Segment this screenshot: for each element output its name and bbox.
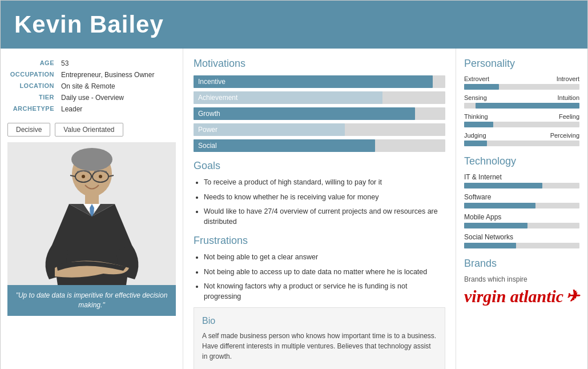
right-panel: Personality Extrovert Introvert Sensing … <box>456 49 587 369</box>
trait-left-label: Judging <box>464 132 486 139</box>
svg-point-13 <box>99 175 102 178</box>
person-avatar <box>35 142 149 285</box>
frustration-item: Not knowing factors why a product or ser… <box>204 282 445 302</box>
motivation-item: Growth <box>194 107 445 120</box>
trait-bar-fill <box>476 103 579 109</box>
tech-bar <box>464 203 579 208</box>
header: Kevin Bailey <box>1 1 587 49</box>
trait-right-label: Intuition <box>557 94 579 101</box>
tech-bar-fill <box>464 183 542 188</box>
quote-text: "Up to date data is imperitive for effec… <box>16 291 168 309</box>
motivation-bars: Incentive Achievement Growth Power Socia… <box>194 75 445 152</box>
bio-box: Bio A self made business person who know… <box>194 307 445 369</box>
trait-right-label: Introvert <box>557 75 579 82</box>
main-content: AGE 53 OCCUPATION Entrepreneur, Business… <box>1 49 587 369</box>
goals-title: Goals <box>194 160 445 172</box>
personality-row: Extrovert Introvert <box>464 75 579 90</box>
virgin-wing-icon: ✈ <box>566 288 579 304</box>
tech-bar <box>464 243 579 248</box>
trait-left-label: Thinking <box>464 113 488 120</box>
trait-left-label: Sensing <box>464 94 487 101</box>
tech-item: Social Networks <box>464 233 579 248</box>
tech-label: Software <box>464 193 579 201</box>
trait-right-label: Perceiving <box>550 132 579 139</box>
motivation-item: Achievement <box>194 91 445 104</box>
svg-rect-2 <box>85 194 99 205</box>
virgin-atlantic-logo: virgin atlantic ✈ <box>464 288 579 305</box>
trait-bar <box>464 141 579 146</box>
tags-container: Decisive Value Orientated <box>7 123 176 137</box>
frustration-item: Not being able to get a clear answer <box>204 252 445 263</box>
tier-label: TIER <box>7 92 59 103</box>
trait-bar-fill <box>464 122 493 127</box>
occupation-value: Entrepreneur, Business Owner <box>59 69 176 81</box>
location-value: On site & Remote <box>59 81 176 92</box>
brands-section: Brands which inspire virgin atlantic ✈ <box>464 275 579 305</box>
quote-box: "Up to date data is imperitive for effec… <box>7 285 176 316</box>
goal-item: Needs to know whether he is receiving va… <box>204 192 445 203</box>
tech-bar-fill <box>464 243 516 248</box>
frustrations-list: Not being able to get a clear answerNot … <box>194 252 445 302</box>
personality-section: Extrovert Introvert Sensing Intuition Th… <box>464 75 579 146</box>
tech-bar <box>464 223 579 228</box>
technology-title: Technology <box>464 155 579 167</box>
brands-subtitle: Brands which inspire <box>464 275 579 283</box>
svg-point-12 <box>82 175 85 178</box>
tier-value: Daily use - Overview <box>59 92 176 103</box>
motivation-item: Power <box>194 123 445 136</box>
tech-item: IT & Internet <box>464 173 579 188</box>
age-value: 53 <box>59 58 176 69</box>
personality-row: Judging Perceiving <box>464 132 579 146</box>
trait-bar <box>464 103 579 109</box>
tech-bar-fill <box>464 203 535 208</box>
tech-section: IT & Internet Software Mobile Apps Socia… <box>464 173 579 248</box>
trait-right-label: Feeling <box>559 113 579 120</box>
trait-bar <box>464 84 579 90</box>
bio-text: A self made business person who knows ho… <box>202 331 437 362</box>
left-panel: AGE 53 OCCUPATION Entrepreneur, Business… <box>1 49 183 369</box>
tech-label: Mobile Apps <box>464 213 579 221</box>
tech-label: Social Networks <box>464 233 579 241</box>
frustrations-title: Frustrations <box>194 235 445 247</box>
bio-title: Bio <box>202 316 437 326</box>
tech-item: Mobile Apps <box>464 213 579 228</box>
brands-title: Brands <box>464 258 579 270</box>
goal-item: Would like to have 27/4 overview of curr… <box>204 207 445 227</box>
age-label: AGE <box>7 58 59 69</box>
bio-info: AGE 53 OCCUPATION Entrepreneur, Business… <box>7 58 176 115</box>
frustration-item: Not being able to access up to date data… <box>204 267 445 278</box>
svg-point-1 <box>71 148 112 171</box>
tech-label: IT & Internet <box>464 173 579 181</box>
avatar-container <box>7 142 176 285</box>
motivation-item: Incentive <box>194 75 445 88</box>
archetype-value: Leader <box>59 103 176 115</box>
goal-item: To receive a product of high standard, w… <box>204 178 445 188</box>
motivations-title: Motivations <box>194 58 445 70</box>
trait-bar <box>464 122 579 127</box>
personality-row: Sensing Intuition <box>464 94 579 109</box>
trait-left-label: Extrovert <box>464 75 489 82</box>
personality-row: Thinking Feeling <box>464 113 579 127</box>
location-label: LOCATION <box>7 81 59 92</box>
goals-list: To receive a product of high standard, w… <box>194 178 445 227</box>
decisive-tag[interactable]: Decisive <box>7 123 50 137</box>
value-orientated-tag[interactable]: Value Orientated <box>55 123 123 137</box>
mid-panel: Motivations Incentive Achievement Growth… <box>183 49 456 369</box>
motivation-item: Social <box>194 139 445 152</box>
personality-title: Personality <box>464 58 579 70</box>
profile-name: Kevin Bailey <box>14 11 574 38</box>
tech-item: Software <box>464 193 579 208</box>
trait-bar-fill <box>464 84 499 90</box>
tech-bar-fill <box>464 223 527 228</box>
page-container: Kevin Bailey AGE 53 OCCUPATION Entrepren… <box>0 0 588 369</box>
trait-bar-fill <box>464 141 487 146</box>
virgin-text: virgin atlantic <box>464 288 563 305</box>
tech-bar <box>464 183 579 188</box>
archetype-label: ARCHETYPE <box>7 103 59 115</box>
occupation-label: OCCUPATION <box>7 69 59 81</box>
